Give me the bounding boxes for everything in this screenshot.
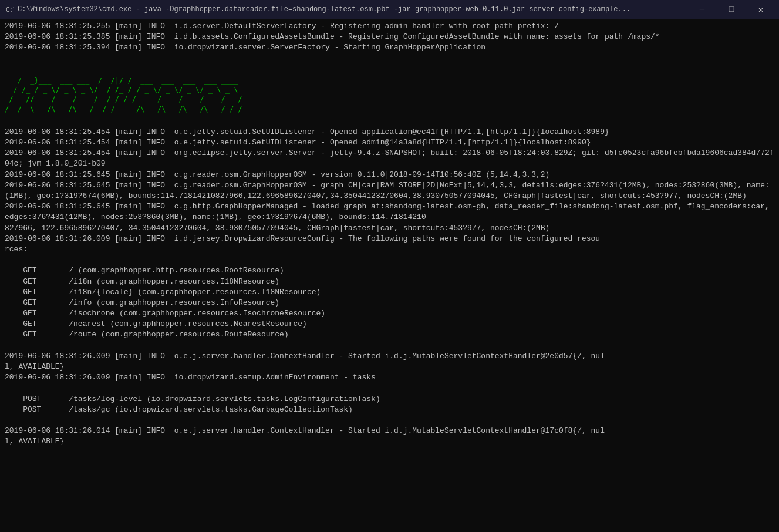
log-line-route-3: GET /i18n/{locale} (com.graphhopper.reso… [5,287,774,298]
title-bar: C:\ C:\Windows\system32\cmd.exe - java -… [0,0,779,19]
maximize-button[interactable]: □ [718,0,745,19]
log-line-12: 2019-06-06 18:31:26.009 [main] INFO io.d… [5,372,774,383]
log-line-5: 2019-06-06 18:31:25.454 [main] INFO o.e.… [5,137,774,148]
title-bar-left: C:\ C:\Windows\system32\cmd.exe - java -… [5,5,630,14]
window-title: C:\Windows\system32\cmd.exe - java -Dgra… [18,5,630,14]
log-line-10: 2019-06-06 18:31:26.009 [main] INFO i.d.… [5,234,774,255]
log-line-blank-2 [5,116,774,127]
log-line-blank-5 [5,383,774,393]
log-line-1: 2019-06-06 18:31:25.255 [main] INFO i.d.… [5,21,774,32]
log-line-8: 2019-06-06 18:31:25.645 [main] INFO c.g.… [5,180,774,201]
log-line-blank-3 [5,255,774,265]
log-line-route-2: GET /i18n (com.graphhopper.resources.I18… [5,277,774,287]
title-bar-controls: ─ □ ✕ [689,0,774,19]
log-line-6: 2019-06-06 18:31:25.454 [main] INFO org.… [5,148,774,169]
graphhopper-ascii-art: ___ ___ __ / _}___ ___ ___ / /|/ / ___ _… [5,66,774,114]
log-line-blank-4 [5,341,774,351]
console-body: 2019-06-06 18:31:25.255 [main] INFO i.d.… [0,19,779,532]
minimize-button[interactable]: ─ [689,0,716,19]
log-line-route-6: GET /nearest (com.graphhopper.resources.… [5,319,774,329]
log-line-task-2: POST /tasks/gc (io.dropwizard.servlets.t… [5,405,774,415]
log-line-route-4: GET /info (com.graphhopper.resources.Inf… [5,298,774,308]
log-line-route-7: GET /route (com.graphhopper.resources.Ro… [5,329,774,340]
log-line-2: 2019-06-06 18:31:25.385 [main] INFO i.d.… [5,32,774,42]
log-line-blank-1 [5,53,774,64]
log-line-task-1: POST /tasks/log-level (io.dropwizard.ser… [5,394,774,405]
svg-text:C:\: C:\ [6,6,14,13]
log-line-13: 2019-06-06 18:31:26.014 [main] INFO o.e.… [5,426,774,447]
log-line-9: 2019-06-06 18:31:25.645 [main] INFO c.g.… [5,201,774,234]
cmd-icon: C:\ [5,5,14,14]
log-line-4: 2019-06-06 18:31:25.454 [main] INFO o.e.… [5,127,774,137]
log-line-route-5: GET /isochrone (com.graphhopper.resource… [5,308,774,319]
close-button[interactable]: ✕ [747,0,774,19]
log-line-blank-6 [5,415,774,426]
log-line-route-1: GET / (com.graphhopper.http.resources.Ro… [5,265,774,276]
log-line-11: 2019-06-06 18:31:26.009 [main] INFO o.e.… [5,351,774,372]
log-line-7: 2019-06-06 18:31:25.645 [main] INFO c.g.… [5,170,774,180]
log-line-3: 2019-06-06 18:31:25.394 [main] INFO io.d… [5,42,774,53]
